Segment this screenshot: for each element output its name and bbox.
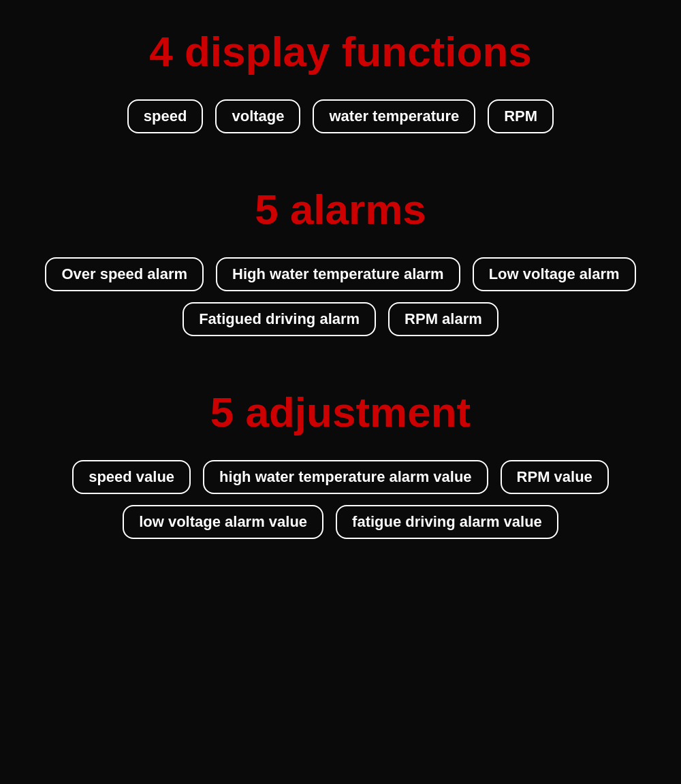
badge-item: Low voltage alarm: [473, 257, 636, 291]
badge-item: High water temperature alarm: [216, 257, 460, 291]
badge-item: speed value: [72, 460, 191, 494]
section-alarms: 5 alarms Over speed alarmHigh water temp…: [14, 185, 667, 347]
display-functions-badges: speedvoltagewater temperatureRPM: [127, 99, 554, 133]
adjustment-badges-row2: low voltage alarm valuefatigue driving a…: [123, 505, 558, 539]
badge-item: water temperature: [313, 99, 475, 133]
badge-item: RPM: [488, 99, 554, 133]
section-title-adjustment: 5 adjustment: [210, 388, 471, 436]
badge-item: Over speed alarm: [45, 257, 204, 291]
alarms-badges-row1: Over speed alarmHigh water temperature a…: [45, 257, 635, 291]
badge-item: voltage: [215, 99, 300, 133]
badge-item: high water temperature alarm value: [203, 460, 488, 494]
section-title-display: 4 display functions: [149, 27, 532, 76]
section-adjustment: 5 adjustment speed valuehigh water tempe…: [14, 388, 667, 550]
badge-item: low voltage alarm value: [123, 505, 323, 539]
section-title-alarms: 5 alarms: [255, 185, 426, 233]
badge-item: RPM alarm: [388, 302, 498, 336]
badge-item: fatigue driving alarm value: [336, 505, 558, 539]
section-display-functions: 4 display functions speedvoltagewater te…: [14, 27, 667, 144]
badge-item: speed: [127, 99, 204, 133]
badge-item: RPM value: [501, 460, 609, 494]
badge-item: Fatigued driving alarm: [183, 302, 376, 336]
alarms-badges-row2: Fatigued driving alarmRPM alarm: [183, 302, 498, 336]
adjustment-badges-row1: speed valuehigh water temperature alarm …: [72, 460, 609, 494]
